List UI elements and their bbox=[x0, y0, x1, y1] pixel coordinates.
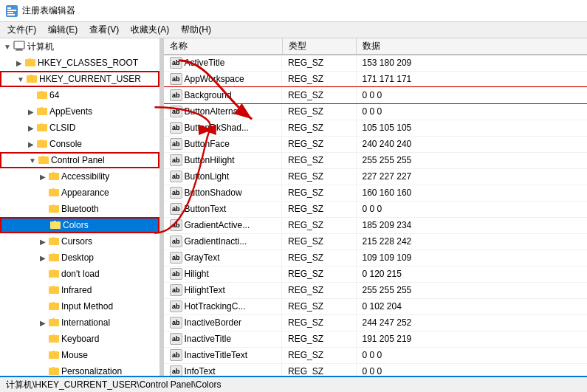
tree-item-dontload[interactable]: don't load bbox=[0, 266, 159, 282]
table-row[interactable]: ab ButtonHilight REG_SZ 255 255 255 bbox=[164, 152, 587, 168]
menu-help[interactable]: 帮助(H) bbox=[175, 22, 217, 38]
value-name: GradientInacti... bbox=[185, 236, 247, 247]
tree-item-control-panel[interactable]: ▼ Control Panel bbox=[0, 152, 159, 168]
cell-type: REG_SZ bbox=[282, 120, 356, 136]
folder-icon-bluetooth bbox=[49, 204, 59, 215]
ab-icon: ab bbox=[170, 73, 182, 85]
table-row[interactable]: ab ButtonDkShad... REG_SZ 105 105 105 bbox=[164, 120, 587, 136]
table-row[interactable]: ab InactiveTitle REG_SZ 191 205 219 bbox=[164, 331, 587, 347]
cell-data: 0 0 0 bbox=[356, 103, 587, 120]
menu-file[interactable]: 文件(F) bbox=[1, 22, 42, 38]
tree-item-cursors[interactable]: ▶ Cursors bbox=[0, 233, 159, 250]
value-name: InactiveTitle bbox=[185, 334, 232, 344]
cell-name: ab HilightText bbox=[164, 283, 282, 298]
table-row[interactable]: ab ButtonFace REG_SZ 240 240 240 bbox=[164, 136, 587, 152]
cell-type: REG_SZ bbox=[282, 87, 356, 103]
tree-item-infrared[interactable]: Infrared bbox=[0, 282, 159, 298]
status-path: 计算机\HKEY_CURRENT_USER\Control Panel\Colo… bbox=[6, 379, 221, 391]
expander-current-user: ▼ bbox=[15, 75, 27, 83]
table-row[interactable]: ab HotTrackingC... REG_SZ 0 102 204 bbox=[164, 298, 587, 314]
tree-item-keyboard[interactable]: Keyboard bbox=[0, 331, 159, 347]
menu-edit[interactable]: 编辑(E) bbox=[42, 22, 83, 38]
tree-item-international[interactable]: ▶ International bbox=[0, 314, 159, 331]
svg-rect-7 bbox=[7, 12, 13, 13]
cell-name: ab ActiveTitle bbox=[164, 55, 282, 70]
right-panel: 名称 类型 数据 ab ActiveTitle REG_SZ 153 180 2… bbox=[164, 38, 587, 376]
ab-icon: ab bbox=[170, 171, 182, 182]
table-row[interactable]: ab ActiveTitle REG_SZ 153 180 209 bbox=[164, 55, 587, 71]
cell-type: REG_SZ bbox=[282, 331, 356, 347]
ab-icon: ab bbox=[170, 154, 182, 166]
cell-type: REG_SZ bbox=[282, 55, 356, 71]
menu-favorites[interactable]: 收藏夹(A) bbox=[125, 22, 175, 38]
expander-console: ▶ bbox=[25, 140, 37, 148]
table-row[interactable]: ab AppWorkspace REG_SZ 171 171 171 bbox=[164, 71, 587, 87]
tree-label-colors: Colors bbox=[63, 220, 89, 230]
table-row[interactable]: ab InactiveBorder REG_SZ 244 247 252 bbox=[164, 314, 587, 331]
cell-name: ab InfoText bbox=[164, 364, 282, 376]
cell-type: REG_SZ bbox=[282, 250, 356, 266]
tree-item-console[interactable]: ▶ Console bbox=[0, 136, 159, 152]
cell-data: 0 0 0 bbox=[356, 363, 587, 376]
tree-item-classes-root[interactable]: ▶ HKEY_CLASSES_ROOT bbox=[0, 55, 159, 71]
folder-icon-international bbox=[49, 317, 59, 329]
table-row[interactable]: ab InfoText REG_SZ 0 0 0 bbox=[164, 363, 587, 376]
tree-item-bluetooth[interactable]: Bluetooth bbox=[0, 201, 159, 217]
expander-control-panel: ▼ bbox=[27, 157, 38, 165]
folder-icon-console bbox=[37, 139, 47, 150]
tree-item-current-user[interactable]: ▼ HKEY_CURRENT_USER bbox=[0, 71, 159, 87]
tree-label-infrared: Infrared bbox=[61, 285, 92, 295]
value-name: InactiveTitleText bbox=[185, 350, 248, 360]
tree-item-personalization[interactable]: Personalization bbox=[0, 363, 159, 376]
table-row[interactable]: ab ButtonShadow REG_SZ 160 160 160 bbox=[164, 185, 587, 201]
tree-item-desktop[interactable]: ▶ Desktop bbox=[0, 250, 159, 266]
table-row[interactable]: ab ButtonAlternat... REG_SZ 0 0 0 bbox=[164, 103, 587, 120]
table-row[interactable]: ab GradientActive... REG_SZ 185 209 234 bbox=[164, 217, 587, 233]
table-row[interactable]: ab HilightText REG_SZ 255 255 255 bbox=[164, 282, 587, 298]
tree-item-inputmethod[interactable]: Input Method bbox=[0, 298, 159, 314]
cell-name: ab InactiveTitle bbox=[164, 331, 282, 346]
value-name: GradientActive... bbox=[185, 220, 250, 230]
tree-label-control-panel: Control Panel bbox=[51, 155, 105, 165]
tree-label-current-user: HKEY_CURRENT_USER bbox=[39, 74, 141, 84]
folder-icon-personalization bbox=[49, 366, 59, 376]
tree-item-64[interactable]: 64 bbox=[0, 87, 159, 103]
cell-data: 244 247 252 bbox=[356, 314, 587, 331]
tree-item-colors[interactable]: Colors bbox=[0, 217, 159, 233]
tree-label-desktop: Desktop bbox=[61, 252, 94, 263]
svg-rect-10 bbox=[16, 49, 22, 50]
value-name: ActiveTitle bbox=[185, 58, 225, 68]
table-row[interactable]: ab ButtonText REG_SZ 0 0 0 bbox=[164, 201, 587, 217]
tree-item-appearance[interactable]: Appearance bbox=[0, 185, 159, 201]
folder-icon-classes-root bbox=[25, 58, 35, 69]
table-row[interactable]: ab GradientInacti... REG_SZ 215 228 242 bbox=[164, 233, 587, 250]
table-row[interactable]: ab Hilight REG_SZ 0 120 215 bbox=[164, 266, 587, 282]
cell-name: ab InactiveTitleText bbox=[164, 348, 282, 362]
tree-label-cursors: Cursors bbox=[61, 236, 92, 247]
table-row[interactable]: ab ButtonLight REG_SZ 227 227 227 bbox=[164, 168, 587, 185]
tree-item-mouse[interactable]: Mouse bbox=[0, 347, 159, 363]
ab-icon: ab bbox=[170, 187, 182, 199]
cell-type: REG_SZ bbox=[282, 217, 356, 233]
tree-item-clsid[interactable]: ▶ CLSID bbox=[0, 120, 159, 136]
cell-data: 227 227 227 bbox=[356, 168, 587, 185]
menu-bar: 文件(F) 编辑(E) 查看(V) 收藏夹(A) 帮助(H) bbox=[0, 22, 587, 38]
folder-icon-current-user bbox=[27, 74, 37, 85]
cell-type: REG_SZ bbox=[282, 152, 356, 168]
status-bar: 计算机\HKEY_CURRENT_USER\Control Panel\Colo… bbox=[0, 376, 587, 392]
cell-type: REG_SZ bbox=[282, 168, 356, 185]
ab-icon: ab bbox=[170, 122, 182, 134]
tree-item-accessibility[interactable]: ▶ Accessibility bbox=[0, 168, 159, 185]
menu-view[interactable]: 查看(V) bbox=[83, 22, 125, 38]
table-row[interactable]: ab InactiveTitleText REG_SZ 0 0 0 bbox=[164, 347, 587, 363]
table-row[interactable]: ab Background REG_SZ 0 0 0 bbox=[164, 87, 587, 103]
expander-desktop: ▶ bbox=[37, 254, 49, 262]
value-name: InfoText bbox=[185, 366, 216, 376]
svg-rect-8 bbox=[7, 14, 15, 16]
expander-accessibility: ▶ bbox=[37, 173, 49, 181]
tree-label-clsid: CLSID bbox=[49, 123, 75, 133]
cell-data: 215 228 242 bbox=[356, 233, 587, 250]
table-row[interactable]: ab GrayText REG_SZ 109 109 109 bbox=[164, 250, 587, 266]
tree-item-appevents[interactable]: ▶ AppEvents bbox=[0, 103, 159, 120]
ab-icon: ab bbox=[170, 203, 182, 215]
